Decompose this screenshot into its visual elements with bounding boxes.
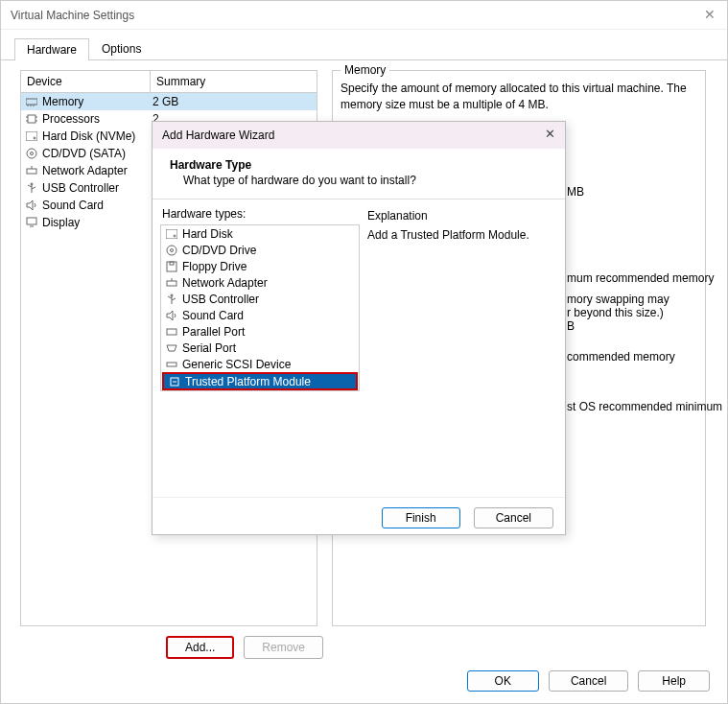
device-name: CD/DVD (SATA) <box>42 147 153 160</box>
main-title: Virtual Machine Settings <box>11 9 134 22</box>
hardware-type-label: Floppy Drive <box>182 260 247 273</box>
svg-marker-34 <box>167 311 173 320</box>
hardware-type-item[interactable]: USB Controller <box>161 291 359 307</box>
wizard-close-icon[interactable]: ✕ <box>545 127 555 141</box>
explanation-text: Add a Trusted Platform Module. <box>367 228 552 242</box>
hardware-type-label: Serial Port <box>182 341 236 355</box>
hardware-type-item[interactable]: Serial Port <box>161 340 359 356</box>
explanation-label: Explanation <box>367 209 552 223</box>
add-button[interactable]: Add... <box>166 636 234 659</box>
svg-rect-26 <box>167 262 176 271</box>
tab-bar: Hardware Options <box>1 30 727 60</box>
memory-icon <box>25 95 38 108</box>
tab-hardware[interactable]: Hardware <box>14 38 89 60</box>
hardware-type-label: Hard Disk <box>182 227 233 241</box>
serial-icon <box>165 341 178 355</box>
floppy-icon <box>165 260 178 273</box>
memory-desc: Specify the amount of memory allocated t… <box>341 81 697 113</box>
display-icon <box>25 216 38 229</box>
wizard-header-sub: What type of hardware do you want to ins… <box>183 174 548 187</box>
device-name: Processors <box>42 112 153 126</box>
svg-marker-19 <box>27 200 33 210</box>
memory-hint: mory swapping may r beyond this size.) <box>567 293 669 319</box>
cpu-icon <box>25 112 38 126</box>
help-button[interactable]: Help <box>638 670 710 692</box>
svg-rect-28 <box>167 281 176 286</box>
wizard-title: Add Hardware Wizard <box>162 129 274 142</box>
device-name: Hard Disk (NVMe) <box>42 129 153 143</box>
disk-icon <box>25 129 38 143</box>
svg-line-33 <box>172 298 176 300</box>
hardware-type-label: Trusted Platform Module <box>185 375 311 388</box>
memory-hint: st OS recommended minimum <box>567 400 722 413</box>
close-icon[interactable]: ✕ <box>704 7 716 22</box>
svg-point-12 <box>31 153 34 155</box>
scsi-icon <box>165 358 178 371</box>
hardware-type-label: Sound Card <box>182 309 244 322</box>
device-name: Network Adapter <box>42 164 153 177</box>
finish-button[interactable]: Finish <box>382 507 460 528</box>
hardware-type-item[interactable]: Trusted Platform Module <box>163 373 357 389</box>
cd-icon <box>165 244 178 257</box>
hardware-type-label: Network Adapter <box>182 276 268 290</box>
tpm-icon <box>168 375 181 388</box>
svg-point-24 <box>167 246 176 255</box>
device-name: Display <box>42 216 153 229</box>
hardware-type-item[interactable]: Generic SCSI Device <box>161 356 359 372</box>
memory-hint: commended memory <box>567 350 675 364</box>
hardware-type-item[interactable]: CD/DVD Drive <box>161 242 359 258</box>
svg-rect-22 <box>166 229 177 239</box>
svg-point-10 <box>34 137 35 139</box>
add-hardware-wizard: Add Hardware Wizard ✕ Hardware Type What… <box>152 121 566 535</box>
device-name: USB Controller <box>42 181 153 195</box>
wizard-titlebar: Add Hardware Wizard ✕ <box>153 122 565 149</box>
wizard-cancel-button[interactable]: Cancel <box>474 507 553 528</box>
memory-group-label: Memory <box>341 63 389 77</box>
hardware-type-item[interactable]: Sound Card <box>161 307 359 323</box>
hardware-type-label: Parallel Port <box>182 325 245 339</box>
main-titlebar: Virtual Machine Settings ✕ <box>1 1 727 30</box>
svg-point-11 <box>27 149 36 158</box>
tab-options[interactable]: Options <box>89 37 153 59</box>
svg-rect-20 <box>27 218 36 224</box>
hardware-type-item[interactable]: Network Adapter <box>161 274 359 291</box>
hardware-type-item[interactable]: Parallel Port <box>161 323 359 340</box>
hardware-type-label: USB Controller <box>182 293 259 306</box>
remove-button: Remove <box>244 636 323 659</box>
col-header-device[interactable]: Device <box>21 71 151 92</box>
usb-icon <box>25 181 38 195</box>
svg-rect-13 <box>27 169 36 174</box>
cd-icon <box>25 147 38 160</box>
memory-hint: mum recommended memory <box>567 271 714 285</box>
svg-rect-27 <box>170 262 174 265</box>
disk-icon <box>165 227 178 241</box>
device-name: Memory <box>42 95 153 108</box>
svg-point-25 <box>171 248 174 251</box>
svg-rect-0 <box>26 99 37 105</box>
ok-button[interactable]: OK <box>467 670 539 692</box>
svg-point-23 <box>174 235 176 237</box>
col-header-summary[interactable]: Summary <box>151 71 317 92</box>
cancel-button[interactable]: Cancel <box>549 670 628 692</box>
memory-hint: B <box>567 319 575 333</box>
device-row[interactable]: Memory2 GB <box>21 93 317 110</box>
hardware-types-label: Hardware types: <box>162 207 362 221</box>
memory-hint: MB <box>567 185 584 199</box>
hardware-type-label: Generic SCSI Device <box>182 358 291 371</box>
svg-line-18 <box>32 187 35 189</box>
svg-rect-37 <box>167 363 176 366</box>
sound-icon <box>165 309 178 322</box>
svg-rect-4 <box>28 115 35 123</box>
hardware-type-item[interactable]: Floppy Drive <box>161 258 359 274</box>
network-icon <box>165 276 178 290</box>
device-table-header: Device Summary <box>21 71 317 93</box>
device-name: Sound Card <box>42 199 153 212</box>
wizard-header: Hardware Type What type of hardware do y… <box>153 149 565 199</box>
network-icon <box>25 164 38 177</box>
hardware-type-item[interactable]: Hard Disk <box>161 225 359 242</box>
svg-marker-36 <box>167 345 176 351</box>
svg-rect-9 <box>26 131 37 141</box>
hardware-type-label: CD/DVD Drive <box>182 244 256 257</box>
wizard-header-title: Hardware Type <box>170 158 548 172</box>
hardware-types-list: Hard DiskCD/DVD DriveFloppy DriveNetwork… <box>160 224 360 391</box>
